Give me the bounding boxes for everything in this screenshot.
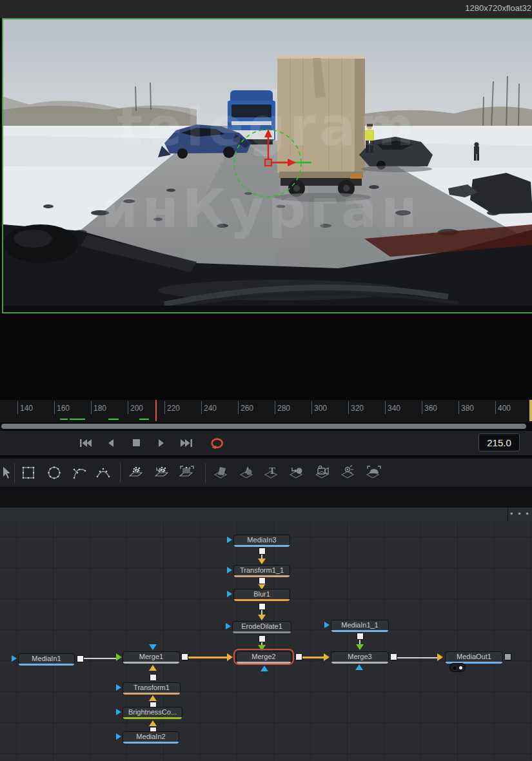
- renderer-3d-tool-button[interactable]: [365, 464, 383, 482]
- playhead[interactable]: [155, 400, 157, 421]
- input-arrow[interactable]: [258, 615, 266, 620]
- node-color-bar: [123, 742, 179, 744]
- ruler-tick: [17, 401, 18, 414]
- foreground-input-arrow[interactable]: [258, 645, 266, 651]
- go-to-start-button[interactable]: [77, 435, 94, 451]
- mask-input-arrow[interactable]: [149, 644, 157, 650]
- connection-line[interactable]: [188, 657, 227, 658]
- node-Merge3[interactable]: Merge3: [331, 651, 389, 662]
- cursor-tool-button[interactable]: [0, 464, 10, 482]
- node-label: ErodeDilate1: [241, 622, 282, 630]
- ruler-tick-label: 200: [130, 404, 143, 413]
- connection-line[interactable]: [302, 657, 324, 658]
- output-port[interactable]: [77, 655, 84, 662]
- node-source-arrow[interactable]: [12, 655, 17, 662]
- loop-button[interactable]: [210, 435, 226, 451]
- particle-merge-tool-button[interactable]: [153, 464, 172, 482]
- node-Merge1[interactable]: Merge1: [123, 651, 180, 662]
- node-MediaIn2[interactable]: MediaIn2: [123, 731, 179, 742]
- node-color-bar: [237, 662, 291, 664]
- output-port[interactable]: [259, 548, 266, 555]
- center-handle[interactable]: [265, 159, 271, 166]
- output-port[interactable]: [259, 577, 266, 584]
- foreground-input-arrow[interactable]: [116, 653, 122, 661]
- node-Transform1[interactable]: Transform1: [123, 682, 181, 693]
- node-source-arrow[interactable]: [227, 567, 232, 573]
- mask-input-arrow[interactable]: [355, 664, 363, 670]
- camera-3d-tool-button[interactable]: [314, 464, 332, 482]
- step-back-button[interactable]: [103, 435, 119, 451]
- current-frame-field[interactable]: [478, 433, 520, 451]
- text-3d-icon: T: [263, 464, 281, 482]
- node-label: Transform1_1: [240, 566, 284, 574]
- camera-3d-icon: [314, 464, 332, 482]
- node-source-arrow[interactable]: [227, 537, 232, 543]
- text-3d-tool-button[interactable]: T: [263, 464, 281, 482]
- node-source-arrow[interactable]: [324, 622, 330, 628]
- node-source-arrow[interactable]: [226, 623, 231, 629]
- input-arrow[interactable]: [149, 695, 157, 701]
- output-port-inactive[interactable]: [504, 653, 511, 660]
- ruler-tick: [385, 401, 386, 414]
- particle-render-tool-button[interactable]: [178, 464, 196, 482]
- node-Transform1_1[interactable]: Transform1_1: [233, 565, 290, 576]
- particle-emitter-tool-button[interactable]: [128, 464, 146, 482]
- background-input-arrow[interactable]: [324, 653, 330, 661]
- node-source-arrow[interactable]: [116, 684, 121, 691]
- more-options-button[interactable]: • • •: [508, 507, 532, 522]
- ruler-tick-label: 400: [498, 404, 511, 413]
- node-source-arrow[interactable]: [227, 591, 232, 597]
- connection-line[interactable]: [84, 658, 116, 659]
- node-source-arrow[interactable]: [116, 733, 121, 740]
- merge-3d-tool-button[interactable]: [288, 464, 306, 482]
- node-source-arrow[interactable]: [116, 709, 121, 715]
- node-Merge2[interactable]: Merge2: [236, 651, 291, 662]
- background-input-arrow[interactable]: [227, 653, 233, 661]
- image-plane-3d-tool-button[interactable]: [213, 464, 231, 482]
- output-port[interactable]: [295, 653, 302, 660]
- spot-light-3d-tool-button[interactable]: [340, 464, 358, 482]
- output-port[interactable]: [357, 633, 364, 640]
- node-MediaIn1_1[interactable]: MediaIn1_1: [331, 620, 389, 631]
- output-input-arrow[interactable]: [437, 653, 443, 661]
- ellipse-mask-tool-button[interactable]: [45, 464, 63, 482]
- node-ErodeDilate1[interactable]: ErodeDilate1: [232, 621, 291, 632]
- node-BrightnessCo[interactable]: BrightnessCo...: [123, 707, 182, 718]
- node-editor-canvas[interactable]: MediaIn3Transform1_1Blur1ErodeDilate1Med…: [0, 522, 532, 761]
- bspline-mask-tool-button[interactable]: [94, 464, 112, 482]
- viewer2-dot[interactable]: [459, 666, 462, 669]
- go-to-end-button[interactable]: [178, 435, 195, 451]
- node-Blur1[interactable]: Blur1: [233, 589, 290, 600]
- output-port[interactable]: [150, 674, 157, 681]
- rectangle-mask-tool-button[interactable]: [19, 464, 37, 482]
- viewer-panel: telegram инКурган: [0, 18, 532, 418]
- output-port[interactable]: [390, 653, 397, 660]
- output-port[interactable]: [259, 635, 266, 642]
- play-button[interactable]: [153, 435, 170, 451]
- output-port[interactable]: [181, 653, 188, 660]
- node-MediaIn1[interactable]: MediaIn1: [18, 653, 75, 664]
- polygon-mask-tool-button[interactable]: [70, 464, 88, 482]
- timeline-scrollbar[interactable]: [0, 422, 532, 430]
- shape-3d-tool-button[interactable]: [239, 464, 257, 482]
- viewer-assign-indicator[interactable]: [449, 663, 466, 672]
- node-MediaOut1[interactable]: MediaOut1: [445, 651, 503, 662]
- background-input-arrow[interactable]: [149, 665, 157, 671]
- input-arrow[interactable]: [149, 720, 157, 726]
- loop-icon: [210, 437, 226, 450]
- connection-line[interactable]: [397, 657, 437, 658]
- stop-button[interactable]: [128, 435, 144, 451]
- timeline-ruler[interactable]: 1401601802002202402602803003203403603804…: [0, 400, 532, 422]
- timeline-scrollbar-thumb[interactable]: [1, 424, 526, 429]
- viewer-frame[interactable]: telegram инКурган: [2, 18, 532, 313]
- spot-light-3d-icon: [340, 464, 358, 482]
- node-label: Merge1: [139, 653, 163, 660]
- output-port[interactable]: [259, 603, 266, 610]
- input-arrow[interactable]: [258, 558, 266, 564]
- mask-input-arrow[interactable]: [261, 666, 268, 671]
- particle-merge-icon: [153, 464, 172, 482]
- viewer1-dot[interactable]: [452, 666, 457, 671]
- foreground-input-arrow[interactable]: [356, 644, 364, 650]
- panel-divider-handle[interactable]: [0, 507, 507, 522]
- node-MediaIn3[interactable]: MediaIn3: [233, 535, 290, 546]
